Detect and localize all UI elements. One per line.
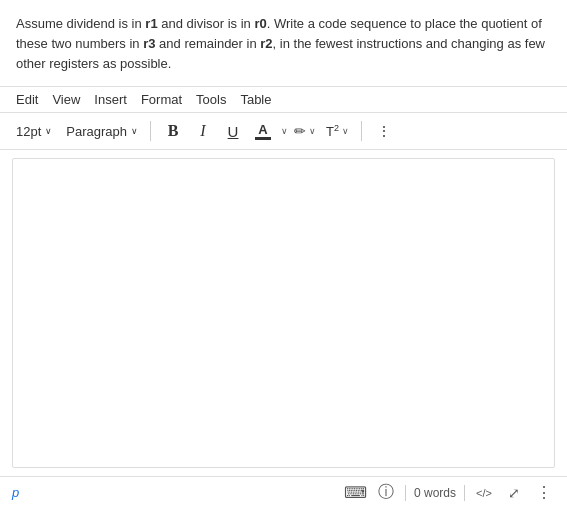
toolbar: 12pt ∨ Paragraph ∨ B I U A ∨ ✏ ∨ T2 ∨ ⋮	[0, 113, 567, 150]
question-area: Assume dividend is in r1 and divisor is …	[0, 0, 567, 86]
font-color-chevron-icon[interactable]: ∨	[281, 126, 288, 136]
paragraph-indicator: p	[12, 485, 19, 500]
pencil-icon: ✏	[294, 123, 306, 139]
paragraph-select[interactable]: Paragraph ∨	[62, 122, 142, 141]
word-count: 0 words	[414, 486, 456, 500]
font-size-select[interactable]: 12pt ∨	[12, 122, 56, 141]
paragraph-chevron: ∨	[131, 126, 138, 136]
r2-ref: r2	[260, 36, 272, 51]
italic-button[interactable]: I	[189, 117, 217, 145]
toolbar-separator-1	[150, 121, 151, 141]
menu-tools[interactable]: Tools	[196, 89, 226, 110]
editor-area[interactable]	[12, 158, 555, 468]
underline-button[interactable]: U	[219, 117, 247, 145]
r1-ref: r1	[145, 16, 157, 31]
status-bar: p ⌨ ⓘ 0 words </> ⤢ ⋮	[0, 476, 567, 508]
highlight-chevron-icon: ∨	[309, 126, 316, 136]
highlight-button[interactable]: ✏ ∨	[290, 121, 320, 141]
font-size-value: 12pt	[16, 124, 41, 139]
status-right-group: ⌨ ⓘ 0 words </> ⤢ ⋮	[345, 482, 555, 504]
menu-bar: Edit View Insert Format Tools Table	[0, 86, 567, 113]
expand-button[interactable]: ⤢	[503, 482, 525, 504]
status-separator-2	[464, 485, 465, 501]
font-color-letter: A	[258, 123, 267, 136]
menu-format[interactable]: Format	[141, 89, 182, 110]
paragraph-value: Paragraph	[66, 124, 127, 139]
superscript-button[interactable]: T2 ∨	[322, 121, 353, 141]
r0-ref: r0	[254, 16, 266, 31]
status-more-button[interactable]: ⋮	[533, 482, 555, 504]
menu-edit[interactable]: Edit	[16, 89, 38, 110]
toolbar-separator-2	[361, 121, 362, 141]
menu-table[interactable]: Table	[240, 89, 271, 110]
font-color-button[interactable]: A	[249, 117, 277, 145]
keyboard-icon: ⌨	[345, 482, 367, 504]
superscript-chevron-icon: ∨	[342, 126, 349, 136]
font-size-chevron: ∨	[45, 126, 52, 136]
status-separator-1	[405, 485, 406, 501]
accessibility-icon: ⓘ	[375, 482, 397, 504]
more-options-button[interactable]: ⋮	[370, 117, 398, 145]
menu-view[interactable]: View	[52, 89, 80, 110]
font-color-underline	[255, 137, 271, 140]
menu-insert[interactable]: Insert	[94, 89, 127, 110]
bold-button[interactable]: B	[159, 117, 187, 145]
r3-ref: r3	[143, 36, 155, 51]
code-view-button[interactable]: </>	[473, 482, 495, 504]
superscript-label: T2	[326, 123, 339, 139]
